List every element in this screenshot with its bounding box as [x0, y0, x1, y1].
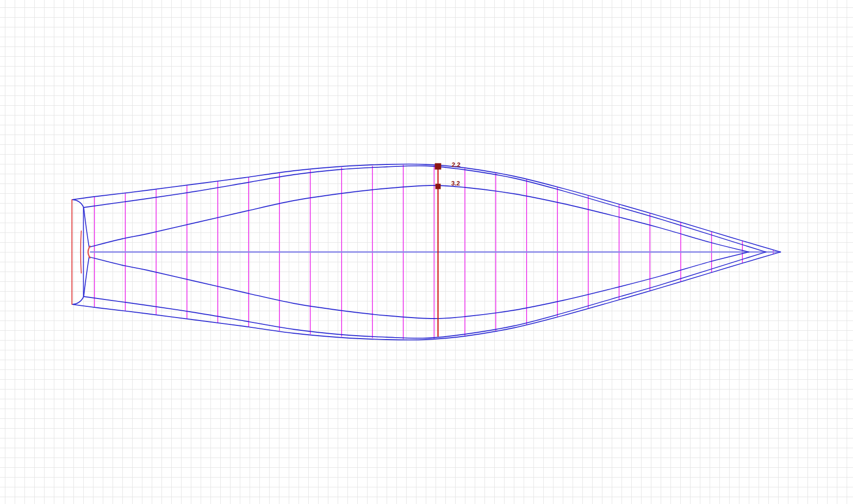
intersection-marker-1	[435, 163, 441, 170]
drawing-canvas[interactable]: 2.23.2	[0, 0, 853, 504]
sheer-line[interactable]	[72, 164, 781, 252]
transom-center-arc[interactable]	[88, 246, 90, 258]
deck-edge-line[interactable]	[84, 166, 766, 252]
app-root: { "view": { "title": "hull-lines-plan-vi…	[0, 0, 853, 504]
intersection-marker-2	[436, 184, 441, 189]
transom-top-corner[interactable]	[72, 200, 84, 207]
transom-upper-junction[interactable]	[84, 207, 89, 247]
measurement-value-label-1: 2.2	[452, 161, 461, 168]
transom-lower-junction[interactable]	[84, 257, 89, 297]
deck-edge-line-mirrored[interactable]	[84, 252, 766, 338]
sheer-line-mirrored[interactable]	[72, 252, 781, 340]
transom-mid-contour[interactable]	[81, 231, 81, 273]
hull-linesplan-svg[interactable]: 2.23.2	[0, 0, 853, 504]
transom-bottom-corner[interactable]	[72, 297, 84, 304]
measurement-value-label-2: 3.2	[451, 180, 460, 187]
